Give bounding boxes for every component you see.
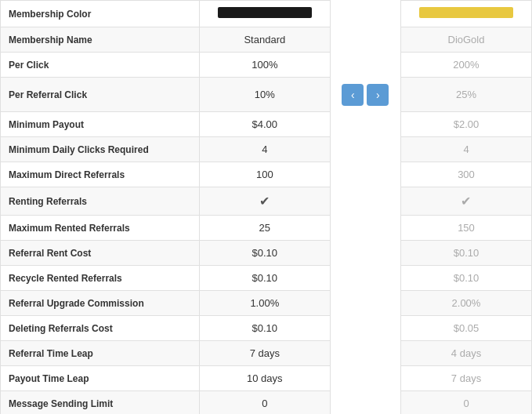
diogold-value: 2.00% — [400, 291, 531, 316]
row-label: Minimum Daily Clicks Required — [1, 137, 200, 162]
row-label: Membership Name — [1, 27, 200, 53]
row-label: Payout Time Leap — [1, 366, 200, 391]
diogold-value: 25% — [400, 78, 531, 112]
nav-cell: ‹› — [330, 78, 400, 112]
color-bar-gold — [419, 7, 513, 18]
row-label: Recycle Rented Referrals — [1, 266, 200, 291]
standard-value: 0 — [199, 391, 330, 415]
diogold-value: $0.05 — [400, 316, 531, 341]
nav-cell — [330, 366, 400, 391]
row-label: Referral Upgrade Commission — [1, 291, 200, 316]
color-bar-black — [218, 7, 312, 18]
diogold-value: DioGold — [400, 27, 531, 53]
standard-value: $0.10 — [199, 266, 330, 291]
standard-value: Standard — [199, 27, 330, 53]
checkmark-gray-icon: ✔ — [461, 194, 471, 208]
standard-value: ✔ — [199, 187, 330, 216]
diogold-value: 300 — [400, 162, 531, 187]
row-label: Maximum Direct Referrals — [1, 162, 200, 187]
diogold-value: 150 — [400, 216, 531, 241]
standard-value: 7 days — [199, 341, 330, 366]
row-label: Per Referral Click — [1, 78, 200, 112]
row-label: Per Click — [1, 53, 200, 78]
diogold-value: 0 — [400, 391, 531, 415]
nav-cell — [330, 137, 400, 162]
nav-cell — [330, 187, 400, 216]
diogold-value: $0.10 — [400, 266, 531, 291]
row-label: Referral Rent Cost — [1, 241, 200, 266]
nav-cell — [330, 316, 400, 341]
membership-comparison-table: Membership ColorMembership NameStandardD… — [0, 0, 532, 414]
diogold-value — [400, 1, 531, 27]
standard-value: 1.00% — [199, 291, 330, 316]
diogold-value: 4 — [400, 137, 531, 162]
diogold-value: $2.00 — [400, 112, 531, 137]
nav-cell — [330, 1, 400, 27]
prev-button[interactable]: ‹ — [342, 84, 364, 106]
standard-value: $0.10 — [199, 241, 330, 266]
diogold-value: $0.10 — [400, 241, 531, 266]
nav-cell — [330, 341, 400, 366]
nav-cell — [330, 241, 400, 266]
checkmark-icon: ✔ — [259, 194, 270, 208]
standard-value: 100% — [199, 53, 330, 78]
standard-value: 10% — [199, 78, 330, 112]
row-label: Maximum Rented Referrals — [1, 216, 200, 241]
nav-buttons: ‹› — [338, 84, 393, 106]
diogold-value: ✔ — [400, 187, 531, 216]
diogold-value: 200% — [400, 53, 531, 78]
nav-cell — [330, 391, 400, 415]
row-label: Referral Time Leap — [1, 341, 200, 366]
standard-value: 10 days — [199, 366, 330, 391]
row-label: Membership Color — [1, 1, 200, 27]
standard-value: $0.10 — [199, 316, 330, 341]
nav-cell — [330, 291, 400, 316]
next-button[interactable]: › — [367, 84, 389, 106]
nav-cell — [330, 112, 400, 137]
nav-cell — [330, 53, 400, 78]
standard-value: 4 — [199, 137, 330, 162]
standard-value: $4.00 — [199, 112, 330, 137]
nav-cell — [330, 216, 400, 241]
nav-cell — [330, 266, 400, 291]
row-label: Renting Referrals — [1, 187, 200, 216]
comparison-table-container: Membership ColorMembership NameStandardD… — [0, 0, 532, 414]
standard-value — [199, 1, 330, 27]
nav-cell — [330, 162, 400, 187]
diogold-value: 4 days — [400, 341, 531, 366]
diogold-value: 7 days — [400, 366, 531, 391]
row-label: Message Sending Limit — [1, 391, 200, 415]
standard-value: 25 — [199, 216, 330, 241]
row-label: Minimum Payout — [1, 112, 200, 137]
nav-cell — [330, 27, 400, 53]
standard-value: 100 — [199, 162, 330, 187]
row-label: Deleting Referrals Cost — [1, 316, 200, 341]
